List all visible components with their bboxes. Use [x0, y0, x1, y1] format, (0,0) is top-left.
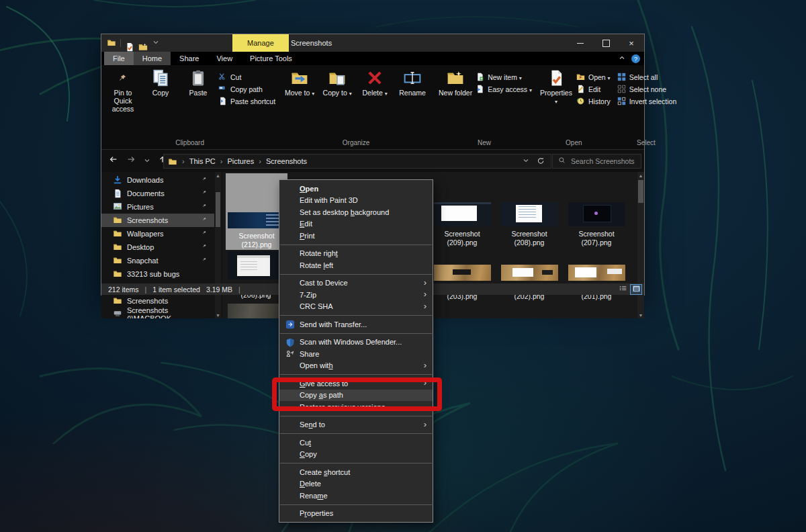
menu-item-open[interactable]: Open	[279, 183, 433, 195]
menu-item-send-to[interactable]: Send to ›	[279, 419, 433, 431]
search-box[interactable]: Search Screenshots	[552, 154, 641, 169]
menu-item-rename[interactable]: Rename	[279, 490, 433, 502]
back-button[interactable]	[108, 155, 119, 167]
scroll-down-icon[interactable]: ▼	[215, 312, 221, 318]
breadcrumb-item-this-pc[interactable]: This PC	[189, 157, 216, 165]
ribbon-button-select-none[interactable]: Select none	[617, 84, 677, 94]
submenu-arrow-icon: ›	[424, 290, 427, 298]
menu-item-create-shortcut[interactable]: Create shortcut	[279, 466, 433, 478]
file-thumbnail	[568, 202, 625, 226]
thumbnails-view-button[interactable]	[631, 285, 641, 294]
network-icon	[113, 310, 122, 318]
ribbon-button-delete[interactable]: Delete ▾	[356, 66, 394, 98]
menu-item-send-with-transfer-[interactable]: Send with Transfer...	[279, 318, 433, 330]
ribbon-button-history[interactable]: History	[576, 96, 611, 106]
ribbon-tab-picture-tools[interactable]: Picture Tools	[241, 52, 301, 65]
menu-item-copy[interactable]: Copy	[279, 449, 433, 461]
ribbon-button-move-to[interactable]: Move to ▾	[281, 66, 318, 98]
menu-item-rotate-right[interactable]: Rotate right	[279, 248, 433, 260]
chevron-down-icon[interactable]	[152, 37, 160, 49]
collapse-ribbon-icon[interactable]	[618, 52, 626, 64]
sidebar-item-wallpapers[interactable]: Wallpapers	[101, 227, 214, 240]
scroll-up-icon[interactable]: ▲	[215, 172, 221, 179]
menu-item-set-as-desktop-background[interactable]: Set as desktop background	[279, 206, 433, 218]
sidebar-item-documents[interactable]: Documents	[101, 187, 214, 200]
sidebar-item-snapchat[interactable]: Snapchat	[101, 254, 214, 267]
minimize-button[interactable]	[568, 34, 593, 52]
address-dropdown-icon[interactable]	[522, 157, 530, 166]
ribbon-button-select-all[interactable]: Select all	[617, 72, 677, 82]
breadcrumb-item-pictures[interactable]: Pictures	[227, 157, 254, 165]
details-view-button[interactable]	[617, 285, 628, 294]
sidebar-item-pictures[interactable]: Pictures	[101, 200, 214, 214]
ribbon-button-pin-to-quick-access[interactable]: Pin to Quick access	[104, 66, 142, 113]
close-button[interactable]: ×	[619, 34, 644, 52]
menu-item-label: 7-Zip	[300, 291, 316, 299]
menu-item-properties[interactable]: Properties	[279, 508, 433, 520]
ribbon-tab-home[interactable]: Home	[134, 52, 171, 65]
ribbon-button-copy-to[interactable]: Copy to ▾	[318, 66, 356, 98]
ribbon-button-new-item[interactable]: New item ▾	[476, 72, 532, 82]
ribbon-button-label: Rename	[399, 89, 426, 97]
menu-item-rotate-left[interactable]: Rotate left	[279, 259, 433, 271]
ribbon-group-label: Clipboard	[104, 138, 275, 149]
ribbon-button-open[interactable]: Open ▾	[576, 72, 611, 82]
manage-contextual-tab[interactable]: Manage	[232, 34, 289, 52]
ribbon-button-cut[interactable]: Cut	[218, 72, 275, 82]
sidebar-scrollbar-thumb[interactable]	[216, 192, 220, 227]
maximize-button[interactable]	[593, 34, 619, 52]
scroll-down-icon[interactable]: ▼	[637, 312, 644, 318]
main-scrollbar-thumb[interactable]	[638, 180, 643, 203]
menu-item-open-with[interactable]: Open with ›	[279, 360, 433, 372]
file-name: Screenshot(207).png	[567, 230, 626, 247]
menu-item-edit[interactable]: Edit	[279, 218, 433, 230]
ribbon-button-rename[interactable]: Rename	[394, 66, 431, 97]
menu-item-7-zip[interactable]: 7-Zip ›	[279, 289, 433, 301]
ribbon-tab-file[interactable]: File	[104, 52, 134, 65]
ribbon-button-paste-shortcut[interactable]: Paste shortcut	[218, 96, 275, 106]
forward-button[interactable]	[126, 155, 136, 167]
sidebar-scrollbar[interactable]: ▲ ▼	[215, 172, 221, 318]
menu-item-label: Scan with Windows Defender...	[300, 338, 402, 346]
ribbon-button-copy[interactable]: Copy	[142, 66, 179, 97]
easy-access-icon	[476, 85, 484, 93]
ribbon-tab-share[interactable]: Share	[171, 52, 208, 65]
menu-item-crc-sha[interactable]: CRC SHA ›	[279, 301, 433, 313]
address-bar[interactable]: › This PC› Pictures› Screenshots	[163, 154, 551, 169]
ribbon-button-new-folder[interactable]: New folder	[437, 66, 474, 97]
scroll-up-icon[interactable]: ▲	[637, 172, 644, 179]
sidebar-item-screenshots-macbook[interactable]: Screenshots (\\MACBOOK	[101, 308, 214, 318]
ribbon-button-properties[interactable]: Properties ▾	[537, 66, 575, 106]
menu-item-edit-with-paint-3d[interactable]: Edit with Paint 3D	[279, 195, 433, 207]
new-folder-icon[interactable]	[138, 38, 148, 48]
ribbon-button-easy-access[interactable]: Easy access ▾	[476, 84, 532, 94]
sidebar-item-downloads[interactable]: Downloads	[101, 173, 214, 187]
menu-item-delete[interactable]: Delete	[279, 478, 433, 490]
sidebar-item-33213-sub-bugs[interactable]: 33213 sub bugs	[101, 267, 214, 281]
menu-item-share[interactable]: Share	[279, 348, 433, 360]
menu-item-scan-with-windows-defender-[interactable]: Scan with Windows Defender...	[279, 337, 433, 349]
ribbon-tab-view[interactable]: View	[208, 52, 241, 65]
menu-item-cast-to-device[interactable]: Cast to Device ›	[279, 277, 433, 290]
menu-item-print[interactable]: Print	[279, 230, 433, 242]
menu-separator	[280, 274, 432, 275]
ribbon-group-select: Select all Select none Invert selection …	[613, 65, 680, 149]
partially-visible-tile[interactable]	[228, 304, 285, 318]
ribbon-button-label: Copy to ▾	[323, 89, 352, 98]
sidebar-item-screenshots[interactable]: Screenshots	[101, 294, 214, 308]
recent-locations-icon[interactable]	[143, 155, 151, 167]
sidebar-item-screenshots[interactable]: Screenshots	[101, 214, 214, 227]
ribbon-button-edit[interactable]: Edit	[576, 84, 611, 94]
ribbon-button-paste[interactable]: Paste	[179, 66, 217, 97]
sidebar-item-desktop[interactable]: Desktop	[101, 240, 214, 254]
ribbon-button-copy-path[interactable]: Copy path	[218, 84, 275, 94]
properties-icon[interactable]	[125, 38, 134, 48]
help-icon[interactable]: ?	[631, 54, 640, 63]
main-scrollbar[interactable]: ▲ ▼	[637, 172, 644, 318]
folder-icon[interactable]	[107, 38, 116, 48]
ribbon: Pin to Quick access Copy Paste Cut Copy …	[101, 65, 644, 150]
refresh-icon[interactable]	[537, 157, 545, 167]
menu-item-cut[interactable]: Cut	[279, 437, 433, 449]
ribbon-button-invert-selection[interactable]: Invert selection	[617, 96, 677, 106]
breadcrumb-item-screenshots[interactable]: Screenshots	[266, 157, 307, 165]
